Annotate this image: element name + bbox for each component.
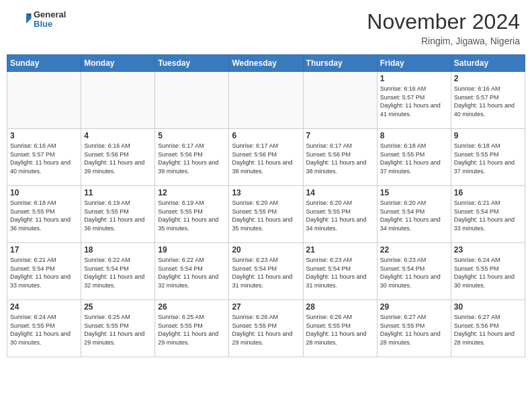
logo-icon (12, 9, 32, 30)
day-info: Sunrise: 6:16 AMSunset: 5:56 PMDaylight:… (84, 142, 152, 175)
calendar-cell-20: 20Sunrise: 6:23 AMSunset: 5:54 PMDayligh… (229, 243, 303, 300)
day-info: Sunrise: 6:17 AMSunset: 5:56 PMDaylight:… (306, 142, 374, 175)
day-info: Sunrise: 6:18 AMSunset: 5:55 PMDaylight:… (380, 142, 448, 175)
calendar-cell-28: 28Sunrise: 6:26 AMSunset: 5:55 PMDayligh… (303, 300, 377, 357)
calendar-cell-18: 18Sunrise: 6:22 AMSunset: 5:54 PMDayligh… (81, 243, 155, 300)
day-number: 6 (232, 131, 300, 140)
calendar-body: 1Sunrise: 6:16 AMSunset: 5:57 PMDaylight… (7, 72, 525, 357)
day-info: Sunrise: 6:18 AMSunset: 5:55 PMDaylight:… (454, 142, 522, 175)
calendar-cell-empty (155, 72, 229, 129)
calendar-cell-24: 24Sunrise: 6:24 AMSunset: 5:55 PMDayligh… (7, 300, 81, 357)
day-number: 12 (158, 188, 226, 197)
calendar-cell-empty (7, 72, 81, 129)
calendar-cell-10: 10Sunrise: 6:18 AMSunset: 5:55 PMDayligh… (7, 186, 81, 243)
day-number: 15 (380, 188, 448, 197)
day-number: 22 (380, 245, 448, 255)
day-number: 16 (454, 188, 522, 197)
day-number: 7 (306, 131, 374, 140)
day-number: 25 (84, 302, 152, 312)
day-info: Sunrise: 6:16 AMSunset: 5:57 PMDaylight:… (10, 142, 78, 175)
day-info: Sunrise: 6:21 AMSunset: 5:54 PMDaylight:… (10, 256, 78, 289)
calendar-cell-16: 16Sunrise: 6:21 AMSunset: 5:54 PMDayligh… (451, 186, 525, 243)
day-number: 5 (158, 131, 226, 140)
calendar-cell-17: 17Sunrise: 6:21 AMSunset: 5:54 PMDayligh… (7, 243, 81, 300)
day-info: Sunrise: 6:22 AMSunset: 5:54 PMDaylight:… (84, 256, 152, 289)
calendar-cell-26: 26Sunrise: 6:25 AMSunset: 5:55 PMDayligh… (155, 300, 229, 357)
logo: General Blue (12, 9, 66, 30)
day-info: Sunrise: 6:27 AMSunset: 5:56 PMDaylight:… (454, 313, 522, 347)
day-number: 10 (10, 188, 78, 197)
day-info: Sunrise: 6:21 AMSunset: 5:54 PMDaylight:… (454, 199, 522, 232)
calendar-cell-4: 4Sunrise: 6:16 AMSunset: 5:56 PMDaylight… (81, 129, 155, 186)
day-info: Sunrise: 6:19 AMSunset: 5:55 PMDaylight:… (158, 199, 226, 232)
day-info: Sunrise: 6:16 AMSunset: 5:57 PMDaylight:… (380, 85, 448, 118)
calendar-cell-8: 8Sunrise: 6:18 AMSunset: 5:55 PMDaylight… (377, 129, 451, 186)
day-info: Sunrise: 6:22 AMSunset: 5:54 PMDaylight:… (158, 256, 226, 289)
day-number: 8 (380, 131, 448, 140)
day-info: Sunrise: 6:20 AMSunset: 5:55 PMDaylight:… (306, 199, 374, 232)
day-info: Sunrise: 6:23 AMSunset: 5:54 PMDaylight:… (306, 256, 374, 289)
calendar-cell-empty (303, 72, 377, 129)
header: General Blue November 2024 Ringim, Jigaw… (7, 7, 525, 49)
day-number: 29 (380, 302, 448, 312)
day-number: 4 (84, 131, 152, 140)
calendar-table: SundayMondayTuesdayWednesdayThursdayFrid… (7, 54, 525, 357)
calendar-cell-15: 15Sunrise: 6:20 AMSunset: 5:54 PMDayligh… (377, 186, 451, 243)
calendar-cell-22: 22Sunrise: 6:23 AMSunset: 5:54 PMDayligh… (377, 243, 451, 300)
day-number: 21 (306, 245, 374, 255)
calendar-header-row: SundayMondayTuesdayWednesdayThursdayFrid… (7, 55, 525, 72)
calendar-cell-14: 14Sunrise: 6:20 AMSunset: 5:55 PMDayligh… (303, 186, 377, 243)
calendar-cell-27: 27Sunrise: 6:26 AMSunset: 5:55 PMDayligh… (229, 300, 303, 357)
day-number: 9 (454, 131, 522, 140)
day-number: 24 (10, 302, 78, 312)
day-number: 27 (232, 302, 300, 312)
day-info: Sunrise: 6:20 AMSunset: 5:54 PMDaylight:… (380, 199, 448, 232)
calendar-cell-19: 19Sunrise: 6:22 AMSunset: 5:54 PMDayligh… (155, 243, 229, 300)
calendar-week-3: 17Sunrise: 6:21 AMSunset: 5:54 PMDayligh… (7, 243, 525, 300)
calendar-cell-6: 6Sunrise: 6:17 AMSunset: 5:56 PMDaylight… (229, 129, 303, 186)
calendar-cell-11: 11Sunrise: 6:19 AMSunset: 5:55 PMDayligh… (81, 186, 155, 243)
day-info: Sunrise: 6:23 AMSunset: 5:54 PMDaylight:… (380, 256, 448, 289)
calendar-week-0: 1Sunrise: 6:16 AMSunset: 5:57 PMDaylight… (7, 72, 525, 129)
calendar-cell-23: 23Sunrise: 6:24 AMSunset: 5:55 PMDayligh… (451, 243, 525, 300)
calendar-cell-25: 25Sunrise: 6:25 AMSunset: 5:55 PMDayligh… (81, 300, 155, 357)
calendar-week-4: 24Sunrise: 6:24 AMSunset: 5:55 PMDayligh… (7, 300, 525, 357)
calendar-cell-empty (229, 72, 303, 129)
day-number: 30 (454, 302, 522, 312)
day-info: Sunrise: 6:18 AMSunset: 5:55 PMDaylight:… (10, 199, 78, 232)
logo-general: General (34, 10, 66, 19)
day-info: Sunrise: 6:24 AMSunset: 5:55 PMDaylight:… (10, 313, 78, 347)
day-info: Sunrise: 6:27 AMSunset: 5:55 PMDaylight:… (380, 313, 448, 347)
title-block: November 2024 Ringim, Jigawa, Nigeria (367, 9, 520, 46)
calendar-cell-7: 7Sunrise: 6:17 AMSunset: 5:56 PMDaylight… (303, 129, 377, 186)
day-number: 1 (380, 74, 448, 83)
calendar-cell-1: 1Sunrise: 6:16 AMSunset: 5:57 PMDaylight… (377, 72, 451, 129)
logo-text: General Blue (34, 10, 66, 30)
month-title: November 2024 (367, 9, 520, 34)
calendar-header-sunday: Sunday (7, 55, 81, 72)
calendar-cell-29: 29Sunrise: 6:27 AMSunset: 5:55 PMDayligh… (377, 300, 451, 357)
calendar-cell-3: 3Sunrise: 6:16 AMSunset: 5:57 PMDaylight… (7, 129, 81, 186)
day-info: Sunrise: 6:20 AMSunset: 5:55 PMDaylight:… (232, 199, 300, 232)
calendar-header-thursday: Thursday (303, 55, 377, 72)
day-number: 11 (84, 188, 152, 197)
calendar-cell-30: 30Sunrise: 6:27 AMSunset: 5:56 PMDayligh… (451, 300, 525, 357)
day-info: Sunrise: 6:23 AMSunset: 5:54 PMDaylight:… (232, 256, 300, 289)
day-info: Sunrise: 6:26 AMSunset: 5:55 PMDaylight:… (306, 313, 374, 347)
day-info: Sunrise: 6:17 AMSunset: 5:56 PMDaylight:… (232, 142, 300, 175)
day-info: Sunrise: 6:25 AMSunset: 5:55 PMDaylight:… (158, 313, 226, 347)
calendar-header-saturday: Saturday (451, 55, 525, 72)
calendar-header-monday: Monday (81, 55, 155, 72)
logo-blue: Blue (34, 19, 66, 29)
day-number: 13 (232, 188, 300, 197)
calendar-header-tuesday: Tuesday (155, 55, 229, 72)
day-number: 18 (84, 245, 152, 255)
day-number: 26 (158, 302, 226, 312)
calendar-cell-empty (81, 72, 155, 129)
location: Ringim, Jigawa, Nigeria (367, 36, 520, 46)
calendar-week-2: 10Sunrise: 6:18 AMSunset: 5:55 PMDayligh… (7, 186, 525, 243)
calendar-header-friday: Friday (377, 55, 451, 72)
calendar-cell-12: 12Sunrise: 6:19 AMSunset: 5:55 PMDayligh… (155, 186, 229, 243)
calendar-week-1: 3Sunrise: 6:16 AMSunset: 5:57 PMDaylight… (7, 129, 525, 186)
day-number: 3 (10, 131, 78, 140)
